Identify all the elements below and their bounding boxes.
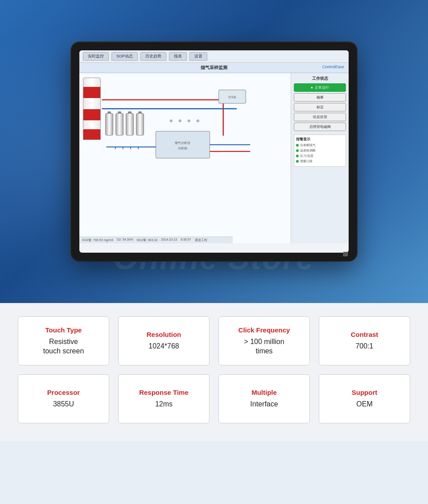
alarm-item-1: 仪表断线气 [296, 143, 344, 148]
scada-tab-settings: 设置 [189, 52, 207, 61]
panel-title: 工作状态 [294, 76, 346, 82]
cylinder-so2 [126, 113, 134, 135]
spec-card-support: Support OEM [319, 374, 410, 423]
svg-text:烟气分析仪: 烟气分析仪 [175, 141, 190, 145]
scada-title: 烟气采样监测 [79, 63, 349, 73]
spec-card-multiple: Multiple Interface [218, 374, 310, 423]
tower-stripe-2 [83, 109, 100, 120]
alarm-title: 报警显示 [296, 137, 344, 142]
spec-label-contrast: Contrast [351, 331, 379, 338]
status-no2: NO2量: 803.32 [137, 238, 158, 242]
svg-text:⊗: ⊗ [169, 119, 173, 123]
spec-label-support: Support [352, 389, 378, 396]
cylinder-no [136, 113, 144, 135]
btn-calibrate: 标定 [294, 103, 346, 111]
spec-value-oem: OEM [356, 400, 372, 409]
svg-text:空压机: 空压机 [228, 95, 236, 98]
btn-confirm: 确事 [294, 93, 346, 102]
hero-section: Online Store 实时监控 SOP动态 历史趋势 报表 设置 烟气采样监… [0, 0, 428, 303]
specs-section: Touch Type Resistivetouch screen Resolut… [0, 303, 428, 441]
spec-label-multiple: Multiple [251, 389, 277, 396]
spec-label-processor: Processor [47, 389, 80, 396]
spec-value-contrast: 700:1 [355, 342, 373, 351]
status-o2: O2: 54.36% [117, 238, 133, 242]
btn-solenoid: 启用管电磁阀 [294, 123, 346, 131]
alarm-dot-4 [296, 160, 299, 163]
scada-tab-report: 报表 [169, 52, 187, 61]
scada-control-panel: 工作状态 ●正常运行 确事 标定 吹反吹管 启用管电磁阀 报警显示 仪表断线气 [291, 73, 349, 243]
spec-card-resolution: Resolution 1024*768 [118, 316, 210, 365]
svg-text:分析箱: 分析箱 [178, 147, 187, 150]
spec-card-processor: Processor 3855U [18, 374, 109, 423]
spec-value-click-frequency: > 100 milliontimes [244, 337, 284, 356]
alarm-dot-1 [296, 144, 299, 147]
spec-card-contrast: Contrast 700:1 [319, 316, 410, 365]
spec-label-touch-type: Touch Type [45, 326, 82, 334]
alarm-dot-3 [296, 155, 299, 157]
spec-value-resolution: 1024*768 [148, 342, 179, 351]
spec-label-response-time: Response Time [139, 389, 189, 396]
alarm-item-3: 压力/温度 [296, 154, 344, 158]
svg-text:⊗: ⊗ [196, 119, 200, 123]
alarm-label-3: 压力/温度 [300, 154, 313, 158]
tower-body [83, 78, 101, 140]
tower-stripe-1 [83, 87, 100, 98]
spec-card-response-time: Response Time 12ms [118, 374, 210, 423]
scada-header: 实时监控 SOP动态 历史趋势 报表 设置 [79, 50, 349, 63]
svg-text:⊗: ⊗ [187, 119, 191, 123]
alarm-dot-2 [296, 149, 299, 152]
status-time: 9:38:57 [181, 238, 191, 242]
btn-blowback: 吹反吹管 [294, 113, 346, 121]
spec-value-processor: 3855U [53, 400, 74, 409]
svg-rect-7 [219, 90, 246, 103]
monitor: 实时监控 SOP动态 历史趋势 报表 设置 烟气采样监测 ControlEase [71, 42, 357, 261]
btn-running: ●正常运行 [294, 83, 346, 92]
status-so2: SO2量: 708.52 mg/m3 [82, 238, 113, 242]
scada-tab-history: 历史趋势 [140, 52, 166, 61]
alarm-item-4: 测量口路 [296, 159, 344, 164]
cylinder-o2 [105, 113, 113, 135]
scada-main: 烟气分析仪 分析箱 空压机 [79, 73, 349, 243]
tower-stripe-3 [83, 129, 100, 140]
alarm-section: 报警显示 仪表断线气 温度检测断 压力/温度 [294, 135, 346, 167]
svg-text:⊗: ⊗ [178, 119, 182, 123]
status-date: 2014-10-13 [161, 238, 177, 242]
scada-tab-realtime: 实时监控 [83, 52, 109, 61]
cylinders [105, 113, 144, 135]
spec-label-resolution: Resolution [147, 331, 181, 338]
alarm-label-1: 仪表断线气 [300, 143, 316, 148]
tower [83, 78, 101, 149]
cylinder-n2 [115, 113, 123, 135]
monitor-screen: 实时监控 SOP动态 历史趋势 报表 设置 烟气采样监测 ControlEase [79, 50, 349, 253]
scada-tab-sop: SOP动态 [111, 52, 138, 61]
spec-value-response-time: 12ms [155, 400, 173, 409]
svg-rect-4 [156, 131, 210, 158]
specs-row-2: Processor 3855U Response Time 12ms Multi… [18, 374, 410, 423]
spec-label-click-frequency: Click Frequency [239, 326, 290, 334]
spec-value-interface: Interface [250, 400, 278, 409]
alarm-label-2: 温度检测断 [300, 148, 316, 153]
scada-diagram: 烟气分析仪 分析箱 空压机 [79, 73, 291, 243]
status-operator: 通道工程 [195, 238, 207, 242]
spec-value-touch-type: Resistivetouch screen [43, 337, 84, 356]
power-button [343, 252, 348, 256]
alarm-item-2: 温度检测断 [296, 148, 344, 153]
spec-card-click-frequency: Click Frequency > 100 milliontimes [218, 316, 310, 365]
specs-row-1: Touch Type Resistivetouch screen Resolut… [18, 316, 410, 365]
scada-brand: ControlEase [322, 65, 344, 69]
diagram-pipes: 烟气分析仪 分析箱 空压机 [79, 73, 291, 243]
scada-status-bar: SO2量: 708.52 mg/m3 O2: 54.36% NO2量: 803.… [79, 237, 233, 243]
alarm-label-4: 测量口路 [300, 159, 313, 164]
spec-card-touch-type: Touch Type Resistivetouch screen [18, 316, 109, 365]
